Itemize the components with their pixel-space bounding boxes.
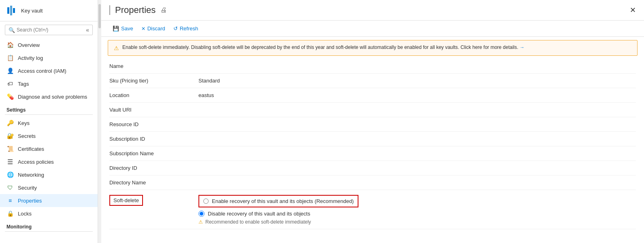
sidebar-item-label: Secrets (18, 133, 36, 139)
sidebar-item-access-control[interactable]: 👤 Access control (IAM) (0, 64, 98, 77)
sidebar-nav: 🏠 Overview 📋 Activity log 👤 Access contr… (0, 38, 98, 243)
sidebar-item-label: Tags (18, 81, 29, 87)
azure-logo (6, 5, 18, 16)
properties-table: Name Sku (Pricing tier) Standard Locatio… (109, 59, 636, 229)
prop-label-name: Name (109, 63, 198, 69)
sidebar: Key vault 🔍 « 🏠 Overview 📋 Activity log … (0, 0, 98, 243)
close-button[interactable]: ✕ (630, 6, 636, 15)
certificates-icon: 📜 (6, 145, 14, 152)
print-icon[interactable]: 🖨 (160, 6, 167, 14)
refresh-icon: ↺ (173, 25, 178, 32)
prop-label-subscription-id: Subscription ID (109, 136, 198, 142)
soft-delete-disable-radio[interactable] (198, 211, 205, 217)
sidebar-item-networking[interactable]: 🌐 Networking (0, 168, 98, 181)
discard-button[interactable]: ✕ Discard (138, 24, 168, 33)
soft-delete-enable-radio[interactable] (203, 199, 209, 204)
prop-row-vault-uri: Vault URI (109, 103, 636, 117)
prop-row-directory-id: Directory ID (109, 161, 636, 175)
prop-row-sku: Sku (Pricing tier) Standard (109, 74, 636, 88)
tags-icon: 🏷 (6, 80, 14, 87)
sidebar-item-locks[interactable]: 🔒 Locks (0, 207, 98, 220)
warning-link[interactable]: → (520, 44, 525, 50)
warning-icon: ⚠ (114, 45, 119, 51)
sidebar-search-container[interactable]: 🔍 « (5, 25, 93, 35)
overview-icon: 🏠 (6, 41, 14, 49)
prop-label-directory-name: Directory Name (109, 180, 198, 186)
warning-text: Enable soft-delete immediately. Disablin… (122, 44, 525, 50)
sidebar-item-tags[interactable]: 🏷 Tags (0, 77, 98, 90)
prop-label-resource-id: Resource ID (109, 121, 198, 127)
svg-rect-0 (7, 7, 9, 14)
prop-value-sku: Standard (198, 78, 636, 84)
settings-section-label: Settings (0, 103, 98, 114)
activity-log-icon: 📋 (6, 54, 14, 61)
secrets-icon: 🔐 (6, 132, 14, 139)
prop-label-subscription-name: Subscription Name (109, 150, 198, 156)
sidebar-title: Key vault (21, 8, 43, 14)
prop-row-resource-id: Resource ID (109, 117, 636, 132)
soft-delete-warning-icon: ⚠ (198, 219, 203, 225)
prop-row-location: Location eastus (109, 88, 636, 103)
settings-divider (5, 114, 93, 115)
refresh-label: Refresh (180, 25, 198, 32)
svg-rect-1 (10, 6, 12, 15)
sidebar-item-label: Networking (18, 172, 44, 178)
sidebar-item-label: Security (18, 185, 37, 191)
prop-label-location: Location (109, 92, 198, 98)
sidebar-scroll-thumb[interactable] (98, 4, 101, 28)
prop-label-directory-id: Directory ID (109, 165, 198, 171)
sidebar-item-certificates[interactable]: 📜 Certificates (0, 142, 98, 155)
soft-delete-enable-label[interactable]: Enable recovery of this vault and its ob… (212, 198, 354, 204)
prop-row-subscription-id: Subscription ID (109, 132, 636, 146)
save-button[interactable]: 💾 Save (109, 24, 136, 33)
soft-delete-warning-text: Recommended to enable soft-delete immedi… (205, 219, 311, 225)
collapse-button[interactable]: « (86, 27, 89, 33)
locks-icon: 🔒 (6, 210, 14, 217)
sidebar-item-label: Keys (18, 120, 30, 126)
access-policies-icon: ☰ (6, 158, 14, 165)
refresh-button[interactable]: ↺ Refresh (170, 24, 202, 33)
soft-delete-label-text: Soft-delete (109, 195, 143, 206)
sidebar-item-keys[interactable]: 🔑 Keys (0, 116, 98, 129)
soft-delete-disable-option[interactable]: Disable recovery of this vault and its o… (198, 211, 636, 217)
warning-banner: ⚠ Enable soft-delete immediately. Disabl… (108, 40, 638, 56)
soft-delete-disable-label[interactable]: Disable recovery of this vault and its o… (208, 211, 310, 217)
sidebar-scroll-track[interactable] (98, 0, 101, 243)
toolbar: 💾 Save ✕ Discard ↺ Refresh (101, 21, 644, 37)
monitoring-divider (5, 231, 93, 232)
sidebar-item-label: Activity log (18, 55, 43, 61)
main-header: Properties 🖨 ✕ (101, 0, 644, 21)
networking-icon: 🌐 (6, 171, 14, 178)
sidebar-item-security[interactable]: 🛡 Security (0, 181, 98, 194)
sidebar-item-label: Overview (18, 42, 40, 48)
prop-row-name: Name (109, 59, 636, 74)
discard-label: Discard (147, 25, 165, 32)
save-label: Save (121, 25, 133, 32)
sidebar-item-access-policies[interactable]: ☰ Access policies (0, 155, 98, 168)
search-input[interactable] (17, 27, 86, 33)
sidebar-item-secrets[interactable]: 🔐 Secrets (0, 129, 98, 142)
sidebar-item-label: Properties (18, 198, 42, 204)
search-icon: 🔍 (9, 27, 15, 33)
properties-area: Name Sku (Pricing tier) Standard Locatio… (101, 59, 644, 243)
sidebar-item-activity-log[interactable]: 📋 Activity log (0, 51, 98, 64)
sidebar-item-diagnose[interactable]: 💊 Diagnose and solve problems (0, 90, 98, 103)
keys-icon: 🔑 (6, 119, 14, 127)
prop-row-directory-name: Directory Name (109, 175, 636, 190)
discard-icon: ✕ (141, 26, 145, 32)
header-divider (109, 5, 110, 15)
properties-icon: ≡ (6, 197, 14, 204)
soft-delete-enable-option[interactable]: Enable recovery of this vault and its ob… (198, 195, 358, 207)
prop-row-soft-delete: Soft-delete Enable recovery of this vaul… (109, 190, 636, 229)
main-content: Properties 🖨 ✕ 💾 Save ✕ Discard ↺ Refres… (101, 0, 644, 243)
prop-value-location: eastus (198, 92, 636, 98)
prop-row-subscription-name: Subscription Name (109, 146, 636, 161)
monitoring-section-label: Monitoring (0, 220, 98, 231)
sidebar-item-properties[interactable]: ≡ Properties (0, 194, 98, 207)
sidebar-item-label: Certificates (18, 146, 44, 152)
svg-rect-2 (13, 8, 15, 13)
security-icon: 🛡 (6, 184, 14, 191)
sidebar-item-overview[interactable]: 🏠 Overview (0, 38, 98, 51)
diagnose-icon: 💊 (6, 93, 14, 100)
sidebar-item-label: Diagnose and solve problems (18, 94, 87, 100)
